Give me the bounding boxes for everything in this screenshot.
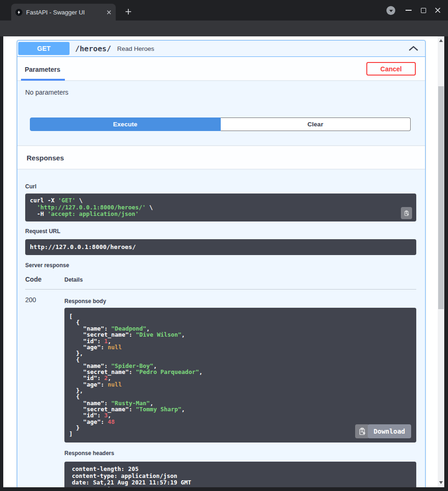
curl-command-block: curl -X 'GET' \ 'http://127.0.0.1:8000/h… [25,194,416,221]
server-response-table: Code Details 200 Response body [ { "name… [25,276,416,488]
request-url-value: http://127.0.0.1:8000/heroes/ [30,244,412,250]
opblock-summary[interactable]: GET /heroes/ Read Heroes [17,41,425,57]
server-response-label: Server response [25,262,416,269]
details-column-header: Details [64,277,83,283]
code-column-header: Code [25,276,64,283]
tab-title: FastAPI - Swagger UI [26,9,106,16]
browser-update-icon[interactable] [386,6,395,15]
browser-tab[interactable]: FastAPI - Swagger UI [11,4,116,21]
responses-heading: Responses [27,154,64,162]
browser-titlebar: FastAPI - Swagger UI [0,0,448,21]
endpoint-summary: Read Heroes [117,45,154,52]
response-headers-label: Response headers [64,450,416,456]
fastapi-favicon-icon [15,9,22,16]
clear-button[interactable]: Clear [221,118,411,131]
window-minimize-button[interactable] [406,10,412,11]
request-url-block: http://127.0.0.1:8000/heroes/ [25,239,416,255]
responses-header: Responses [17,145,425,169]
parameters-header: Parameters Cancel [17,57,425,80]
page-viewport: GET /heroes/ Read Heroes Parameters Canc… [3,36,438,487]
scroll-down-arrow-icon[interactable] [439,481,443,484]
curl-label: Curl [25,183,416,190]
cancel-button[interactable]: Cancel [366,62,416,76]
endpoint-path: /heroes/ [75,44,111,53]
scrollbar[interactable] [438,36,444,487]
curl-command: curl -X 'GET' \ 'http://127.0.0.1:8000/h… [30,197,398,218]
scroll-up-arrow-icon[interactable] [439,39,443,42]
tab-parameters[interactable]: Parameters [21,66,65,81]
execute-button[interactable]: Execute [30,118,221,131]
tab-close-icon[interactable] [106,10,112,15]
browser-window: FastAPI - Swagger UI 127.0.0 [0,0,448,491]
request-url-label: Request URL [25,228,416,235]
execute-wrapper: Execute Clear [30,118,411,131]
response-body-label: Response body [64,298,416,304]
response-headers-text: content-length: 205 content-type: applic… [72,466,409,487]
new-tab-button[interactable] [122,6,134,18]
no-parameters-text: No parameters [17,80,425,96]
response-table-header: Code Details [25,276,416,290]
response-body-block: [ { "name": "Deadpond", "secret_name": "… [64,308,416,443]
copy-response-button[interactable] [355,424,369,438]
response-headers-block: content-length: 205 content-type: applic… [64,462,416,487]
window-close-button[interactable] [434,6,442,14]
response-details: Response body [ { "name": "Deadpond", "s… [64,295,416,488]
method-badge: GET [18,42,70,55]
response-row-200: 200 Response body [ { "name": "Deadpond"… [25,290,416,488]
status-code: 200 [25,295,64,488]
download-button[interactable]: Download [368,424,411,438]
window-maximize-button[interactable] [421,8,426,13]
scrollbar-thumb[interactable] [438,86,444,309]
copy-curl-button[interactable] [401,207,412,219]
responses-body: Curl curl -X 'GET' \ 'http://127.0.0.1:8… [17,169,425,487]
collapse-chevron-icon[interactable] [408,46,419,51]
opblock-get-heroes: GET /heroes/ Read Heroes Parameters Canc… [17,40,426,487]
browser-toolbar: 127.0.0.1:8000/docs#/default/read_heroes… [0,21,448,36]
response-body-json: [ { "name": "Deadpond", "secret_name": "… [69,313,412,437]
